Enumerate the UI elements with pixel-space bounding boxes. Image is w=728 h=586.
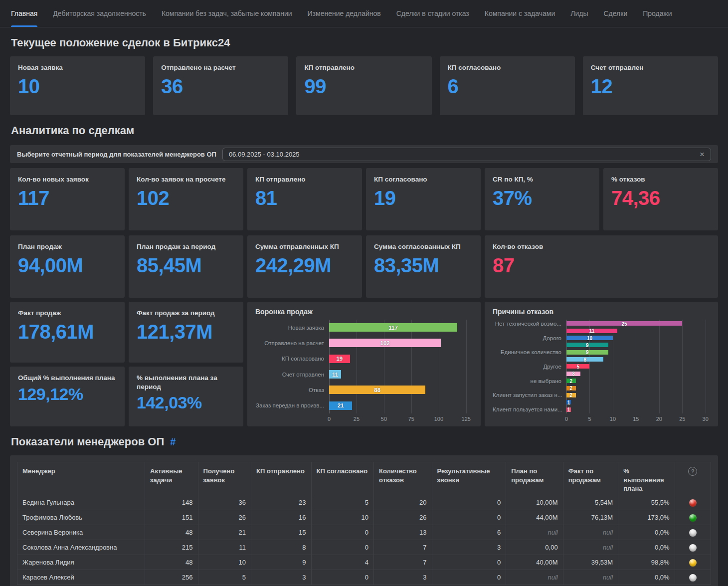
kpi-card: Кол-во заявок на просчете102 <box>129 168 243 230</box>
funnel-category-label: Отказ <box>255 387 329 393</box>
tab-1[interactable]: Дебиторская задолженность <box>53 0 146 27</box>
reasons-bar-row: 11 <box>493 329 710 333</box>
value-cell: 55,5% <box>618 495 675 510</box>
reasons-bar-track: 1 <box>566 400 710 404</box>
clear-filter-icon[interactable]: × <box>700 150 705 159</box>
value-cell: null <box>506 570 563 585</box>
reasons-bar-value: 2 <box>570 386 573 391</box>
kpi-label: КП отправлено <box>255 175 354 184</box>
reject-reasons-chart: Причины отказов Нет технической возмо...… <box>485 302 718 426</box>
table-row: Жаренова Лидия4810947040,00М39,53М98,8% <box>17 555 711 570</box>
kpi-value: 121,37М <box>137 321 235 343</box>
status-indicator-white <box>689 529 697 537</box>
reasons-x-tick: 0 <box>565 416 568 422</box>
reasons-category-label: Нет технической возмо... <box>493 321 566 327</box>
tab-8[interactable]: Продажи <box>643 0 672 27</box>
status-cell <box>675 495 711 510</box>
kpi-label: План продаж <box>18 242 117 251</box>
value-cell: 3 <box>432 540 506 555</box>
reasons-bar-value: 9 <box>586 350 589 355</box>
reasons-bar-row: Дорого10 <box>493 335 710 341</box>
managers-title: Показатели менеджеров ОП <box>11 435 164 448</box>
section-title-managers: Показатели менеджеров ОП # <box>11 435 717 448</box>
funnel-bar-track: 102 <box>329 339 473 347</box>
reasons-bar: 2 <box>566 379 576 383</box>
value-cell: 5 <box>198 570 251 585</box>
manager-name-cell: Трофимова Любовь <box>17 510 145 525</box>
value-cell: 10 <box>311 510 374 525</box>
tab-0[interactable]: Главная <box>11 0 37 27</box>
reasons-bar-row: Другое5 <box>493 364 710 370</box>
value-cell: 0 <box>432 555 506 570</box>
reasons-bar: 3 <box>566 372 580 376</box>
tab-2[interactable]: Компании без задач, забытые компании <box>162 0 292 27</box>
value-cell: 0 <box>311 525 374 540</box>
reasons-chart-body: Нет технической возмо...2511Дорого109Еди… <box>493 320 710 422</box>
reasons-bar-row: 2 <box>493 386 710 391</box>
column-header: КП отправлено <box>251 462 312 495</box>
reasons-bar-value: 10 <box>587 335 592 341</box>
value-cell: 39,53М <box>563 555 618 570</box>
reasons-x-tick: 30 <box>703 416 709 422</box>
kpi-value: 74,36 <box>611 187 710 209</box>
reasons-bar: 9 <box>566 350 608 355</box>
status-indicator-green <box>689 514 697 522</box>
reasons-bar-value: 11 <box>589 328 595 334</box>
reasons-category-label: Клиент пользуется нами... <box>493 406 566 412</box>
reasons-x-tick: 10 <box>610 416 616 422</box>
managers-table-card: МенеджерАктивные задачиПолучено заявокКП… <box>10 455 718 586</box>
value-cell: 5 <box>311 495 374 510</box>
kpi-value: 94,00М <box>18 254 117 277</box>
kpi-label: КП согласовано <box>448 63 567 72</box>
kpi-label: CR по КП, % <box>493 175 591 184</box>
tab-5[interactable]: Компании с задачами <box>485 0 555 27</box>
value-cell: 0 <box>432 570 506 585</box>
kpi-card: CR по КП, %37% <box>485 168 599 230</box>
value-cell: 98,8% <box>618 555 675 570</box>
kpi-value: 242,29М <box>255 254 354 277</box>
value-cell: 40,00М <box>506 555 563 570</box>
funnel-chart-title: Воронка продаж <box>255 308 473 316</box>
current-deals-cards: Новая заявка10Отправлено на расчет36КП о… <box>10 56 718 115</box>
reasons-x-tick: 25 <box>679 416 685 422</box>
reasons-bar: 2 <box>566 393 576 397</box>
reasons-bar-track: 9 <box>566 343 710 347</box>
value-cell: 0 <box>311 540 374 555</box>
kpi-label: Новая заявка <box>18 63 137 72</box>
kpi-value: 19 <box>374 187 473 209</box>
manager-name-cell: Соколова Анна Александровна <box>17 540 145 555</box>
funnel-bar: 19 <box>329 355 350 363</box>
tab-6[interactable]: Лиды <box>570 0 588 27</box>
kpi-card: План продаж за период85,45М <box>129 235 243 298</box>
column-header: Менеджер <box>17 462 145 495</box>
reasons-x-tick: 20 <box>656 416 662 422</box>
kpi-card: Новая заявка10 <box>10 56 145 115</box>
kpi-row-1: Кол-во новых заявок117Кол-во заявок на п… <box>10 168 718 230</box>
funnel-category-label: Счет отправлен <box>255 372 329 378</box>
reasons-bar-value: 2 <box>570 378 573 384</box>
column-header: Результативные звонки <box>432 462 506 495</box>
reasons-bar-value: 9 <box>586 342 589 348</box>
help-icon[interactable]: ? <box>688 467 697 476</box>
table-row: Бедина Гульнара1483623520010,00М5,54М55,… <box>17 495 711 510</box>
reasons-bar: 9 <box>566 343 608 347</box>
tab-3[interactable]: Изменение дедлайнов <box>308 0 381 27</box>
table-row: Северина Вероника4821150136nullnull0,0% <box>17 525 711 540</box>
value-cell: 8 <box>251 540 312 555</box>
manager-name-cell: Жаренова Лидия <box>17 555 145 570</box>
funnel-x-tick: 25 <box>354 416 360 422</box>
period-date-value: 06.09.2025 - 03.10.2025 <box>229 151 700 158</box>
tab-4[interactable]: Сделки в стадии отказ <box>396 0 469 27</box>
anchor-hash-link[interactable]: # <box>170 436 176 448</box>
funnel-bar-row: Заказ передан в произв...21 <box>255 401 473 410</box>
tab-7[interactable]: Сделки <box>603 0 627 27</box>
value-cell: 21 <box>198 525 251 540</box>
period-date-input[interactable]: 06.09.2025 - 03.10.2025 × <box>222 148 711 161</box>
reasons-category-label: Дорого <box>493 335 566 341</box>
kpi-value: 99 <box>304 75 423 98</box>
kpi-card: КП отправлено99 <box>296 56 431 115</box>
kpi-value: 6 <box>448 75 567 98</box>
kpi-card: Факт продаж за период121,37М <box>129 302 243 363</box>
period-filter-label: Выберите отчетный период для показателей… <box>17 151 216 158</box>
value-cell: 3 <box>251 570 312 585</box>
